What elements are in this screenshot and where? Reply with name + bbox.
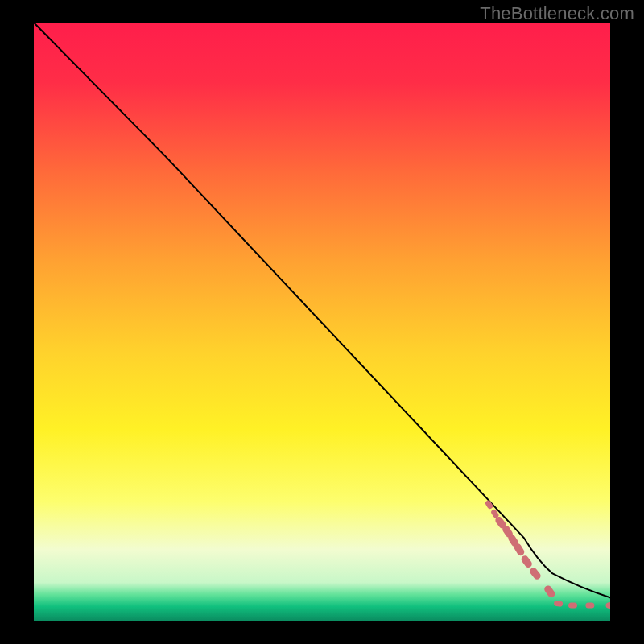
chart-canvas [0,0,644,644]
data-dot [585,602,594,608]
watermark-text: TheBottleneck.com [480,3,634,24]
data-dot [568,602,577,608]
